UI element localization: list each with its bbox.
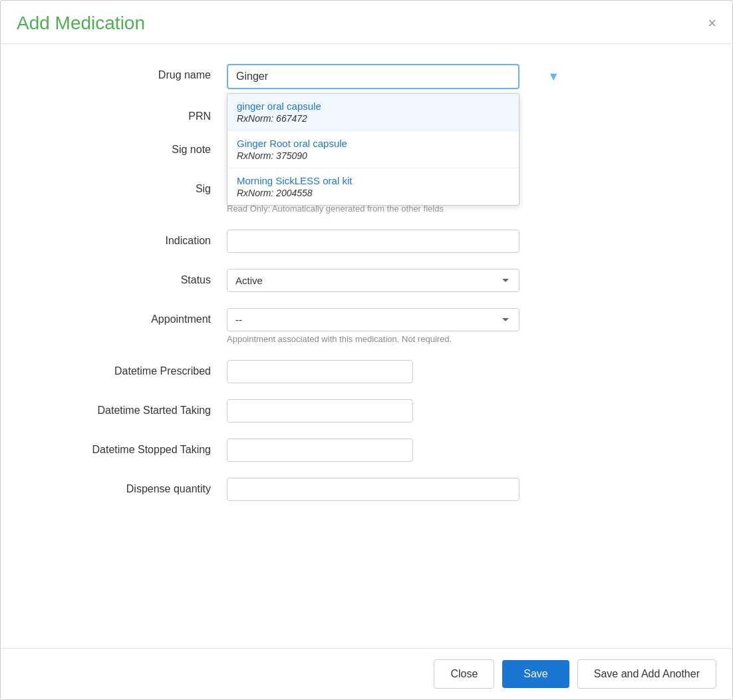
status-select[interactable]: Active Inactive Discontinued: [227, 269, 519, 292]
modal-footer: Close Save Save and Add Another: [1, 648, 732, 699]
modal-body: Drug name ▼ ginger oral capsule RxNorm: …: [1, 44, 732, 648]
dispense-quantity-label: Dispense quantity: [41, 478, 227, 495]
prn-label: PRN: [41, 105, 227, 122]
autocomplete-item-1-rxnorm: RxNorm: 375090: [237, 150, 510, 161]
status-label: Status: [41, 269, 227, 286]
datetime-prescribed-control-wrap: [227, 360, 692, 383]
sig-note-label: Sig note: [41, 138, 227, 156]
datetime-stopped-control-wrap: [227, 438, 692, 462]
datetime-stopped-row: Datetime Stopped Taking: [41, 438, 692, 462]
datetime-stopped-input[interactable]: [227, 438, 413, 462]
drug-name-control-wrap: ▼ ginger oral capsule RxNorm: 667472 Gin…: [227, 64, 692, 89]
drug-name-dropdown-arrow-icon: ▼: [547, 70, 559, 84]
indication-input[interactable]: [227, 230, 519, 253]
dispense-quantity-row: Dispense quantity: [41, 478, 692, 501]
datetime-prescribed-input[interactable]: [227, 360, 413, 383]
autocomplete-item-1-name: Ginger Root oral capsule: [237, 138, 510, 149]
status-row: Status Active Inactive Discontinued: [41, 269, 692, 292]
save-button[interactable]: Save: [502, 660, 569, 688]
autocomplete-item-2-rxnorm: RxNorm: 2004558: [237, 188, 510, 198]
indication-label: Indication: [41, 230, 227, 247]
appointment-label: Appointment: [41, 308, 227, 325]
indication-control-wrap: [227, 230, 692, 253]
datetime-started-label: Datetime Started Taking: [41, 399, 227, 417]
drug-name-row: Drug name ▼ ginger oral capsule RxNorm: …: [41, 64, 692, 89]
modal-header: Add Medication ×: [1, 1, 732, 44]
sig-label: Sig: [41, 178, 227, 195]
datetime-started-control-wrap: [227, 399, 692, 423]
autocomplete-item-0-rxnorm: RxNorm: 667472: [237, 113, 510, 124]
autocomplete-dropdown: ginger oral capsule RxNorm: 667472 Ginge…: [227, 93, 519, 206]
datetime-prescribed-label: Datetime Prescribed: [41, 360, 227, 377]
appointment-hint: Appointment associated with this medicat…: [227, 334, 692, 344]
datetime-prescribed-row: Datetime Prescribed: [41, 360, 692, 383]
indication-row: Indication: [41, 230, 692, 253]
status-control-wrap: Active Inactive Discontinued: [227, 269, 692, 292]
autocomplete-item-0-name: ginger oral capsule: [237, 100, 510, 112]
drug-name-label: Drug name: [41, 64, 227, 81]
autocomplete-item-2-name: Morning SickLESS oral kit: [237, 175, 510, 186]
appointment-row: Appointment -- Appointment associated wi…: [41, 308, 692, 344]
autocomplete-item-0[interactable]: ginger oral capsule RxNorm: 667472: [227, 94, 519, 131]
datetime-stopped-label: Datetime Stopped Taking: [41, 438, 227, 456]
appointment-select[interactable]: --: [227, 308, 519, 331]
dispense-quantity-control-wrap: [227, 478, 692, 501]
datetime-started-input[interactable]: [227, 399, 413, 423]
appointment-control-wrap: -- Appointment associated with this medi…: [227, 308, 692, 344]
modal-title: Add Medication: [17, 13, 145, 34]
autocomplete-item-1[interactable]: Ginger Root oral capsule RxNorm: 375090: [227, 131, 519, 168]
dispense-quantity-input[interactable]: [227, 478, 519, 501]
close-button[interactable]: Close: [434, 659, 494, 689]
save-and-add-another-button[interactable]: Save and Add Another: [577, 659, 716, 689]
close-x-button[interactable]: ×: [708, 16, 716, 31]
add-medication-modal: Add Medication × Drug name ▼ ginger oral…: [0, 0, 733, 700]
autocomplete-item-2[interactable]: Morning SickLESS oral kit RxNorm: 200455…: [227, 168, 519, 205]
drug-name-input[interactable]: [227, 64, 519, 89]
datetime-started-row: Datetime Started Taking: [41, 399, 692, 423]
